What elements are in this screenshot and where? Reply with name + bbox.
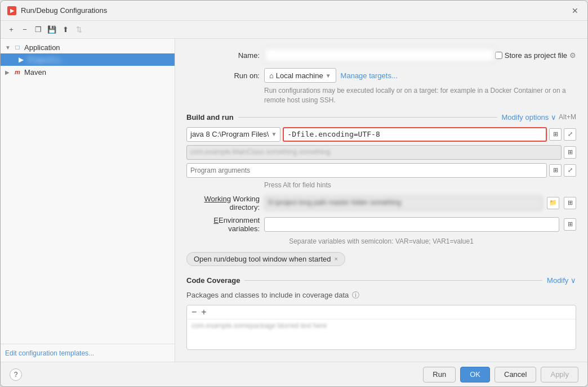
coverage-modify-label: Modify xyxy=(547,276,568,285)
modify-options-shortcut: Alt+M xyxy=(559,113,576,121)
coverage-remove-btn[interactable]: − xyxy=(191,308,197,317)
java-dropdown-arrow-icon: ▼ xyxy=(271,131,277,137)
program-args-input[interactable] xyxy=(186,163,547,178)
coverage-divider xyxy=(244,280,542,281)
code-coverage-section: Code Coverage Modify ∨ Packages and clas… xyxy=(186,276,576,350)
right-panel: Name: Store as project file ⚙ Run on: ⌂ … xyxy=(175,39,587,362)
footer-left: ? xyxy=(10,368,22,381)
working-dir-value: D:\project long path master folder somet… xyxy=(265,196,542,209)
chip-close-icon[interactable]: × xyxy=(335,255,338,262)
modify-options-link[interactable]: Modify options ∨ xyxy=(502,113,556,122)
coverage-modify-arrow-icon: ∨ xyxy=(571,276,576,285)
cancel-button[interactable]: Cancel xyxy=(495,367,536,382)
coverage-modify-link[interactable]: Modify ∨ xyxy=(547,276,576,285)
java-vm-row: java 8 C:\Program Files\ ▼ ⊞ ⤢ xyxy=(186,127,576,142)
modify-options-arrow-icon: ∨ xyxy=(551,113,556,122)
section-divider xyxy=(238,117,497,118)
packages-label-row: Packages and classes to include in cover… xyxy=(186,290,576,300)
copy-config-button[interactable]: ❐ xyxy=(32,24,44,36)
args-expand-btn[interactable]: ⊞ xyxy=(549,164,562,177)
main-class-content: com.example.MainClass something somethin… xyxy=(187,146,561,158)
program-args-row: ⊞ ⤢ xyxy=(186,163,576,178)
store-project-checkbox[interactable] xyxy=(495,52,502,59)
selected-config-label: ProjectCo... xyxy=(28,56,66,64)
coverage-inner: − + com.example.somepackage blurred text… xyxy=(186,305,576,350)
press-alt-hint: Press Alt for field hints xyxy=(264,181,576,189)
left-panel: ▼ □ Application ▶ ProjectCo... ▶ m Maven… xyxy=(1,39,175,362)
vm-options-fullscreen-btn[interactable]: ⤢ xyxy=(564,128,576,141)
manage-targets-link[interactable]: Manage targets... xyxy=(341,71,398,80)
env-vars-label: EEnvironment variables: xyxy=(186,216,260,233)
env-vars-hint: Separate variables with semicolon: VAR=v… xyxy=(186,237,576,245)
dialog-icon: ▶ xyxy=(7,6,16,15)
args-fullscreen-btn[interactable]: ⤢ xyxy=(564,164,576,177)
name-input-area: Name: xyxy=(186,48,495,62)
working-dir-action-btn[interactable]: ⊞ xyxy=(564,197,576,209)
run-on-row: Run on: ⌂ Local machine ▼ Manage targets… xyxy=(186,68,576,83)
main-class-field[interactable]: com.example.MainClass something somethin… xyxy=(186,145,562,160)
application-label: Application xyxy=(24,43,60,52)
apply-button[interactable]: Apply xyxy=(541,367,578,382)
chip-label: Open run/debug tool window when started xyxy=(194,255,331,263)
working-dir-label: Working Working directory: xyxy=(186,195,260,212)
main-class-action-btn[interactable]: ⊞ xyxy=(564,146,576,159)
remove-config-button[interactable]: − xyxy=(19,24,31,36)
application-arrow: ▼ xyxy=(5,44,13,51)
move-up-button[interactable]: ⬆ xyxy=(59,24,72,36)
sort-button: ⇅ xyxy=(73,24,85,36)
build-run-title: Build and run xyxy=(186,113,234,122)
main-class-row: com.example.MainClass something somethin… xyxy=(186,145,576,160)
java-version-text: java 8 C:\Program Files\ xyxy=(190,130,269,138)
toolbar: + − ❐ 💾 ⬆ ⇅ xyxy=(1,21,587,39)
local-machine-text: Local machine xyxy=(276,71,323,80)
env-vars-row: EEnvironment variables: ⊞ xyxy=(186,216,576,233)
ok-button[interactable]: OK xyxy=(460,367,490,382)
help-button[interactable]: ? xyxy=(10,368,22,381)
home-icon: ⌂ xyxy=(269,71,274,80)
packages-label: Packages and classes to include in cover… xyxy=(186,291,349,299)
store-project-label: Store as project file xyxy=(505,51,567,60)
run-on-label: Run on: xyxy=(186,71,260,80)
edit-templates-link[interactable]: Edit configuration templates... xyxy=(5,349,94,357)
coverage-info-icon: ⓘ xyxy=(352,290,359,300)
tree-item-application[interactable]: ▼ □ Application xyxy=(1,41,175,53)
save-config-button[interactable]: 💾 xyxy=(46,24,58,36)
modify-options-label: Modify options xyxy=(502,113,549,122)
store-project-row: Store as project file ⚙ xyxy=(495,51,576,60)
name-row: Name: Store as project file ⚙ xyxy=(186,48,576,62)
maven-arrow: ▶ xyxy=(5,69,13,75)
env-vars-action-btn[interactable]: ⊞ xyxy=(564,218,576,231)
run-debug-dialog: ▶ Run/Debug Configurations ✕ + − ❐ 💾 ⬆ ⇅… xyxy=(0,0,588,387)
content-area: ▼ □ Application ▶ ProjectCo... ▶ m Maven… xyxy=(1,39,587,362)
vm-options-expand-btn[interactable]: ⊞ xyxy=(549,128,562,141)
working-dir-row: Working Working directory: D:\project lo… xyxy=(186,195,576,212)
run-on-dropdown[interactable]: ⌂ Local machine ▼ xyxy=(264,68,336,83)
config-tree: ▼ □ Application ▶ ProjectCo... ▶ m Maven xyxy=(1,39,175,344)
maven-icon: m xyxy=(13,68,22,76)
tree-item-maven[interactable]: ▶ m Maven xyxy=(1,66,175,78)
title-bar-left: ▶ Run/Debug Configurations xyxy=(7,6,107,15)
tree-item-selected-config[interactable]: ▶ ProjectCo... xyxy=(1,53,175,66)
footer-bar: ? Run OK Cancel Apply xyxy=(1,362,587,386)
run-button[interactable]: Run xyxy=(423,367,456,382)
working-dir-label-rest: Working directory: xyxy=(230,195,260,212)
working-dir-folder-btn[interactable]: 📁 xyxy=(547,197,559,209)
coverage-toolbar: − + xyxy=(187,305,576,320)
env-vars-input[interactable] xyxy=(264,217,559,232)
dropdown-arrow-icon: ▼ xyxy=(326,73,331,79)
working-dir-input[interactable]: D:\project long path master folder somet… xyxy=(264,196,542,210)
code-coverage-title: Code Coverage xyxy=(186,276,240,285)
coverage-item: com.example.somepackage blurred text her… xyxy=(187,320,576,332)
vm-options-input[interactable] xyxy=(283,127,547,142)
application-icon: □ xyxy=(13,43,22,52)
java-version-dropdown[interactable]: java 8 C:\Program Files\ ▼ xyxy=(186,127,280,142)
dialog-title: Run/Debug Configurations xyxy=(21,6,107,15)
name-input[interactable] xyxy=(264,48,495,62)
coverage-add-btn[interactable]: + xyxy=(201,308,206,317)
close-button[interactable]: ✕ xyxy=(569,5,581,16)
config-icon: ▶ xyxy=(16,55,25,64)
maven-label: Maven xyxy=(24,68,46,76)
add-config-button[interactable]: + xyxy=(5,24,17,36)
open-tool-window-chip[interactable]: Open run/debug tool window when started … xyxy=(186,252,345,266)
gear-icon: ⚙ xyxy=(569,51,576,60)
